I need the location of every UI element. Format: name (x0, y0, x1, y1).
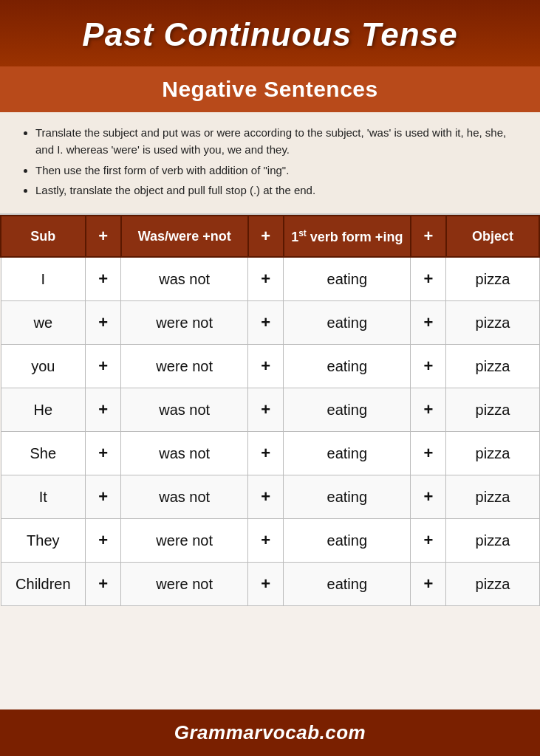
table-row: I+was not+eating+pizza (1, 257, 539, 301)
subject-cell: It (1, 475, 86, 519)
plus-cell: + (86, 301, 121, 345)
plus-cell: + (411, 301, 446, 345)
object-cell: pizza (446, 388, 539, 432)
plus-cell: + (86, 563, 121, 606)
verb-cell: eating (284, 432, 411, 475)
verb-cell: eating (284, 388, 411, 432)
object-cell: pizza (446, 475, 539, 519)
instruction-item: Lastly, translate the object and pull fu… (35, 182, 519, 199)
verb-cell: eating (284, 345, 411, 388)
waswere-cell: were not (121, 563, 248, 606)
instructions-section: Translate the subject and put was or wer… (0, 112, 540, 215)
header-object: Object (446, 216, 539, 257)
verb-cell: eating (284, 475, 411, 519)
plus-cell: + (411, 345, 446, 388)
verb-cell: eating (284, 563, 411, 606)
header-waswere: Was/were +not (121, 216, 248, 257)
plus-cell: + (411, 519, 446, 563)
plus-cell: + (86, 345, 121, 388)
header-plus-3: + (411, 216, 446, 257)
plus-cell: + (248, 432, 284, 475)
subject-cell: She (1, 432, 86, 475)
plus-cell: + (411, 475, 446, 519)
plus-cell: + (411, 388, 446, 432)
waswere-cell: were not (121, 301, 248, 345)
subtitle-bar: Negative Sentences (0, 66, 540, 112)
footer-bar: Grammarvocab.com (0, 709, 540, 756)
header-title-bar: Past Continuous Tense (0, 0, 540, 66)
table-row: It+was not+eating+pizza (1, 475, 539, 519)
plus-cell: + (248, 388, 284, 432)
waswere-cell: were not (121, 519, 248, 563)
table-row: He+was not+eating+pizza (1, 388, 539, 432)
table-row: They+were not+eating+pizza (1, 519, 539, 563)
subject-cell: you (1, 345, 86, 388)
plus-cell: + (86, 475, 121, 519)
object-cell: pizza (446, 257, 539, 301)
subject-cell: Children (1, 563, 86, 606)
object-cell: pizza (446, 432, 539, 475)
subtitle: Negative Sentences (15, 77, 525, 102)
instruction-item: Translate the subject and put was or wer… (35, 124, 519, 159)
footer-label: Grammarvocab.com (174, 721, 366, 743)
subject-cell: He (1, 388, 86, 432)
plus-cell: + (411, 563, 446, 606)
plus-cell: + (248, 519, 284, 563)
plus-cell: + (248, 475, 284, 519)
plus-cell: + (86, 432, 121, 475)
object-cell: pizza (446, 563, 539, 606)
verb-cell: eating (284, 257, 411, 301)
plus-cell: + (248, 257, 284, 301)
subject-cell: we (1, 301, 86, 345)
table-row: Children+were not+eating+pizza (1, 563, 539, 606)
conjugation-table: Sub + Was/were +not + 1st verb form +ing (0, 215, 540, 606)
header-sub: Sub (1, 216, 86, 257)
plus-cell: + (248, 345, 284, 388)
subject-cell: I (1, 257, 86, 301)
object-cell: pizza (446, 519, 539, 563)
object-cell: pizza (446, 301, 539, 345)
table-body: I+was not+eating+pizzawe+were not+eating… (1, 257, 539, 606)
plus-cell: + (248, 563, 284, 606)
table-row: we+were not+eating+pizza (1, 301, 539, 345)
waswere-cell: were not (121, 345, 248, 388)
verb-cell: eating (284, 519, 411, 563)
header-plus-1: + (86, 216, 121, 257)
waswere-cell: was not (121, 257, 248, 301)
waswere-cell: was not (121, 388, 248, 432)
header-plus-2: + (248, 216, 284, 257)
header-verb: 1st verb form +ing (284, 216, 411, 257)
waswere-cell: was not (121, 475, 248, 519)
table-row: you+were not+eating+pizza (1, 345, 539, 388)
plus-cell: + (86, 519, 121, 563)
plus-cell: + (411, 432, 446, 475)
page-wrapper: Past Continuous Tense Negative Sentences… (0, 0, 540, 756)
page-title: Past Continuous Tense (15, 16, 525, 53)
subject-cell: They (1, 519, 86, 563)
plus-cell: + (86, 388, 121, 432)
plus-cell: + (248, 301, 284, 345)
object-cell: pizza (446, 345, 539, 388)
table-header-row: Sub + Was/were +not + 1st verb form +ing (1, 216, 539, 257)
plus-cell: + (86, 257, 121, 301)
table-container: Sub + Was/were +not + 1st verb form +ing (0, 215, 540, 709)
verb-cell: eating (284, 301, 411, 345)
waswere-cell: was not (121, 432, 248, 475)
instruction-item: Then use the first form of verb with add… (35, 162, 519, 179)
table-row: She+was not+eating+pizza (1, 432, 539, 475)
instructions-list: Translate the subject and put was or wer… (21, 124, 519, 199)
plus-cell: + (411, 257, 446, 301)
